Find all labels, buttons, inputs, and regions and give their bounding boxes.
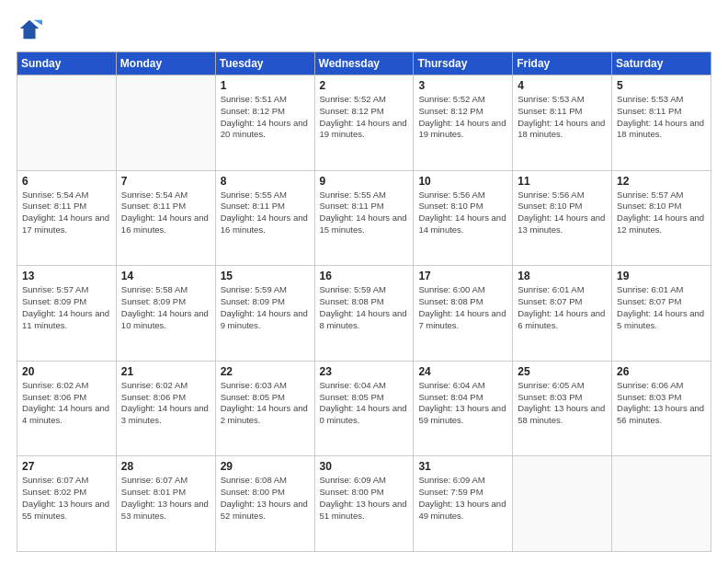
calendar-cell: 24Sunrise: 6:04 AM Sunset: 8:04 PM Dayli… [414, 361, 513, 456]
calendar-cell: 3Sunrise: 5:52 AM Sunset: 8:12 PM Daylig… [414, 75, 513, 171]
day-info: Sunrise: 5:53 AM Sunset: 8:11 PM Dayligh… [617, 94, 706, 141]
calendar-day-header: Sunday [17, 52, 117, 75]
calendar-cell: 15Sunrise: 5:59 AM Sunset: 8:09 PM Dayli… [215, 266, 314, 362]
calendar-cell: 18Sunrise: 6:01 AM Sunset: 8:07 PM Dayli… [513, 266, 612, 362]
day-number: 11 [518, 175, 607, 188]
calendar-cell: 7Sunrise: 5:54 AM Sunset: 8:11 PM Daylig… [116, 170, 215, 266]
calendar-cell [513, 456, 612, 552]
calendar-cell [116, 75, 215, 171]
day-info: Sunrise: 6:09 AM Sunset: 8:00 PM Dayligh… [320, 475, 409, 522]
day-info: Sunrise: 6:07 AM Sunset: 8:01 PM Dayligh… [121, 475, 210, 522]
header [17, 17, 711, 42]
day-number: 22 [221, 365, 310, 378]
calendar-day-header: Monday [116, 52, 215, 75]
day-number: 12 [617, 175, 706, 188]
day-info: Sunrise: 5:59 AM Sunset: 8:08 PM Dayligh… [320, 284, 409, 331]
day-info: Sunrise: 6:03 AM Sunset: 8:05 PM Dayligh… [221, 380, 310, 427]
day-number: 6 [22, 175, 111, 188]
calendar-cell: 30Sunrise: 6:09 AM Sunset: 8:00 PM Dayli… [314, 456, 414, 552]
day-info: Sunrise: 6:02 AM Sunset: 8:06 PM Dayligh… [22, 380, 111, 427]
calendar-cell: 25Sunrise: 6:05 AM Sunset: 8:03 PM Dayli… [513, 361, 612, 456]
calendar-table: SundayMondayTuesdayWednesdayThursdayFrid… [17, 52, 711, 552]
calendar-cell: 1Sunrise: 5:51 AM Sunset: 8:12 PM Daylig… [215, 75, 314, 171]
day-info: Sunrise: 5:58 AM Sunset: 8:09 PM Dayligh… [121, 284, 210, 331]
calendar-cell: 27Sunrise: 6:07 AM Sunset: 8:02 PM Dayli… [17, 456, 117, 552]
day-number: 3 [418, 79, 507, 92]
day-info: Sunrise: 6:06 AM Sunset: 8:03 PM Dayligh… [617, 380, 706, 427]
calendar-week-row: 20Sunrise: 6:02 AM Sunset: 8:06 PM Dayli… [17, 361, 711, 456]
day-info: Sunrise: 6:01 AM Sunset: 8:07 PM Dayligh… [518, 284, 607, 331]
day-info: Sunrise: 5:54 AM Sunset: 8:11 PM Dayligh… [121, 190, 210, 236]
calendar-cell: 29Sunrise: 6:08 AM Sunset: 8:00 PM Dayli… [215, 456, 314, 552]
day-number: 23 [320, 365, 409, 378]
day-info: Sunrise: 5:55 AM Sunset: 8:11 PM Dayligh… [221, 190, 310, 236]
day-number: 5 [617, 79, 706, 92]
calendar-cell: 8Sunrise: 5:55 AM Sunset: 8:11 PM Daylig… [215, 170, 314, 266]
calendar-header-row: SundayMondayTuesdayWednesdayThursdayFrid… [17, 52, 711, 75]
calendar-cell: 20Sunrise: 6:02 AM Sunset: 8:06 PM Dayli… [17, 361, 117, 456]
day-info: Sunrise: 5:59 AM Sunset: 8:09 PM Dayligh… [221, 284, 310, 331]
logo [17, 17, 46, 42]
day-number: 30 [320, 460, 409, 473]
day-number: 26 [617, 365, 706, 378]
day-info: Sunrise: 5:57 AM Sunset: 8:09 PM Dayligh… [22, 284, 111, 331]
calendar-cell: 21Sunrise: 6:02 AM Sunset: 8:06 PM Dayli… [116, 361, 215, 456]
day-number: 10 [418, 175, 507, 188]
svg-marker-1 [34, 20, 42, 26]
calendar-week-row: 27Sunrise: 6:07 AM Sunset: 8:02 PM Dayli… [17, 456, 711, 552]
day-info: Sunrise: 5:52 AM Sunset: 8:12 PM Dayligh… [418, 94, 507, 141]
svg-marker-0 [20, 20, 40, 40]
calendar-day-header: Wednesday [314, 52, 414, 75]
day-number: 25 [518, 365, 607, 378]
day-info: Sunrise: 6:07 AM Sunset: 8:02 PM Dayligh… [22, 475, 111, 522]
day-info: Sunrise: 6:09 AM Sunset: 7:59 PM Dayligh… [418, 475, 507, 522]
day-number: 19 [617, 270, 706, 282]
day-number: 7 [121, 175, 210, 188]
day-number: 20 [22, 365, 111, 378]
calendar-cell: 17Sunrise: 6:00 AM Sunset: 8:08 PM Dayli… [414, 266, 513, 362]
day-number: 9 [320, 175, 409, 188]
day-info: Sunrise: 5:56 AM Sunset: 8:10 PM Dayligh… [518, 190, 607, 236]
day-number: 8 [221, 175, 310, 188]
day-info: Sunrise: 6:04 AM Sunset: 8:05 PM Dayligh… [320, 380, 409, 427]
calendar-cell: 10Sunrise: 5:56 AM Sunset: 8:10 PM Dayli… [414, 170, 513, 266]
calendar-week-row: 13Sunrise: 5:57 AM Sunset: 8:09 PM Dayli… [17, 266, 711, 362]
day-number: 15 [221, 270, 310, 282]
day-info: Sunrise: 6:01 AM Sunset: 8:07 PM Dayligh… [617, 284, 706, 331]
calendar-cell: 16Sunrise: 5:59 AM Sunset: 8:08 PM Dayli… [314, 266, 414, 362]
calendar-cell: 11Sunrise: 5:56 AM Sunset: 8:10 PM Dayli… [513, 170, 612, 266]
day-number: 27 [22, 460, 111, 473]
calendar-cell [17, 75, 117, 171]
calendar-cell: 6Sunrise: 5:54 AM Sunset: 8:11 PM Daylig… [17, 170, 117, 266]
calendar-cell: 23Sunrise: 6:04 AM Sunset: 8:05 PM Dayli… [314, 361, 414, 456]
day-info: Sunrise: 5:57 AM Sunset: 8:10 PM Dayligh… [617, 190, 706, 236]
day-info: Sunrise: 5:51 AM Sunset: 8:12 PM Dayligh… [221, 94, 310, 141]
day-number: 31 [418, 460, 507, 473]
day-info: Sunrise: 5:54 AM Sunset: 8:11 PM Dayligh… [22, 190, 111, 236]
day-info: Sunrise: 5:56 AM Sunset: 8:10 PM Dayligh… [418, 190, 507, 236]
day-number: 2 [320, 79, 409, 92]
day-info: Sunrise: 6:02 AM Sunset: 8:06 PM Dayligh… [121, 380, 210, 427]
calendar-cell: 14Sunrise: 5:58 AM Sunset: 8:09 PM Dayli… [116, 266, 215, 362]
calendar-cell: 19Sunrise: 6:01 AM Sunset: 8:07 PM Dayli… [612, 266, 711, 362]
day-info: Sunrise: 5:55 AM Sunset: 8:11 PM Dayligh… [320, 190, 409, 236]
calendar-day-header: Tuesday [215, 52, 314, 75]
calendar-day-header: Friday [513, 52, 612, 75]
day-number: 1 [221, 79, 310, 92]
calendar-cell: 22Sunrise: 6:03 AM Sunset: 8:05 PM Dayli… [215, 361, 314, 456]
day-number: 24 [418, 365, 507, 378]
calendar-day-header: Saturday [612, 52, 711, 75]
day-number: 14 [121, 270, 210, 282]
day-info: Sunrise: 6:05 AM Sunset: 8:03 PM Dayligh… [518, 380, 607, 427]
calendar-week-row: 1Sunrise: 5:51 AM Sunset: 8:12 PM Daylig… [17, 75, 711, 171]
day-number: 29 [221, 460, 310, 473]
calendar-cell: 5Sunrise: 5:53 AM Sunset: 8:11 PM Daylig… [612, 75, 711, 171]
calendar-week-row: 6Sunrise: 5:54 AM Sunset: 8:11 PM Daylig… [17, 170, 711, 266]
calendar-cell: 2Sunrise: 5:52 AM Sunset: 8:12 PM Daylig… [314, 75, 414, 171]
calendar-cell: 28Sunrise: 6:07 AM Sunset: 8:01 PM Dayli… [116, 456, 215, 552]
calendar-cell: 13Sunrise: 5:57 AM Sunset: 8:09 PM Dayli… [17, 266, 117, 362]
calendar-day-header: Thursday [414, 52, 513, 75]
day-number: 28 [121, 460, 210, 473]
day-number: 4 [518, 79, 607, 92]
day-info: Sunrise: 6:00 AM Sunset: 8:08 PM Dayligh… [418, 284, 507, 331]
